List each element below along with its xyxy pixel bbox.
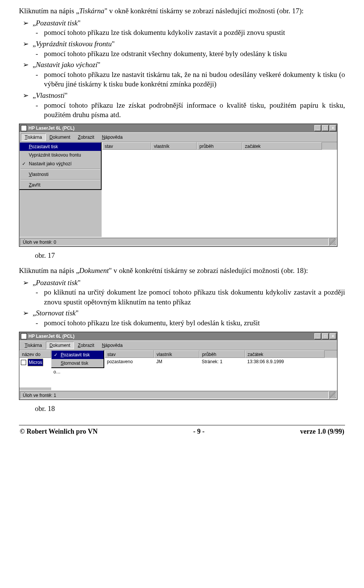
paragraph-2: Kliknutím na nápis „Dokument" v okně kon… [19, 266, 345, 276]
minimize-button[interactable]: _ [314, 333, 321, 339]
menu-item[interactable]: Pozastavit tisk [20, 143, 101, 151]
text-italic: Dokument [79, 267, 109, 274]
titlebar: HP LaserJet 6L (PCL) _ □ × [19, 124, 337, 132]
list-item[interactable]: Micros [19, 358, 51, 367]
menu-dokument[interactable]: Dokument [46, 342, 74, 349]
resize-grip-icon[interactable] [329, 238, 336, 246]
menu-nápověda[interactable]: Nápověda [98, 342, 127, 349]
footer-left: © Robert Weinlich pro VN [20, 427, 97, 436]
document-icon [21, 360, 26, 365]
text: Kliknutím na nápis „ [19, 267, 79, 274]
statusbar: Úloh ve frontě: 1 [19, 390, 337, 400]
column-header[interactable]: název do [19, 350, 51, 358]
dropdown-column: Pozastavit tiskVyprázdnit tiskovou front… [19, 142, 102, 237]
content-area: stavvlastníkprůběhzačátek [102, 142, 337, 237]
menu-zobrazit[interactable]: Zobrazit [74, 133, 98, 141]
menu-item[interactable]: Pozastavit tisk [52, 351, 104, 359]
table-row[interactable]: pozastaveno JM Stránek: 1 13:38:06 8.9.1… [105, 358, 337, 365]
text: " v okně konkrétní tiskárny se zobrazí n… [109, 267, 308, 274]
column-header[interactable]: vlastník [151, 142, 197, 150]
footer-divider [19, 425, 345, 425]
text: o… [51, 369, 63, 375]
menu-zobrazit[interactable]: Zobrazit [74, 342, 98, 349]
menu-tiskárna[interactable]: Tiskárna [21, 133, 46, 141]
bullet-item: „Pozastavit tisk"po kliknutí na určitý d… [33, 278, 345, 307]
menu-item[interactable]: Vlastnosti [20, 170, 101, 179]
menubar: TiskárnaDokumentZobrazitNápověda [19, 132, 337, 142]
close-button[interactable]: × [329, 125, 336, 131]
dokument-menu: Pozastavit tiskStornovat tisk [51, 350, 104, 368]
printer-icon [21, 125, 27, 131]
text: Kliknutím na nápis „ [19, 7, 79, 15]
sub-bullet: pomocí tohoto příkazu lze tisk dokumentu… [44, 318, 345, 328]
menu-item[interactable]: Stornovat tisk [52, 359, 104, 367]
text: " v okně konkrétní tiskárny se zobrazí n… [104, 7, 303, 15]
doc-name-selected: Micros [28, 359, 43, 366]
tiskarna-menu: Pozastavit tiskVyprázdnit tiskovou front… [19, 142, 102, 190]
maximize-button[interactable]: □ [322, 333, 329, 339]
minimize-button[interactable]: _ [314, 125, 321, 131]
status-text: Úloh ve frontě: 1 [20, 391, 329, 399]
menu-separator [20, 169, 100, 169]
sub-bullet: pomocí tohoto příkazu lze odstranit všec… [44, 49, 345, 59]
sub-bullet: po kliknutí na určitý dokument lze pomoc… [44, 287, 345, 307]
menu-nápověda[interactable]: Nápověda [98, 133, 127, 141]
text-italic: Tiskárna [79, 7, 105, 15]
cell-vlastnik: JM [154, 359, 199, 365]
column-headers: stavvlastníkprůběhzačátek [102, 142, 337, 150]
list-item-trail: o… [51, 368, 104, 376]
column-header[interactable]: průběh [199, 350, 245, 358]
bullet-item: „Vyprázdnit tiskovou frontu"pomocí tohot… [33, 39, 345, 58]
figure-caption-17: obr. 17 [35, 251, 345, 260]
window-title: HP LaserJet 6L (PCL) [28, 333, 314, 339]
list-area [102, 150, 337, 237]
column-header[interactable]: stav [102, 142, 151, 150]
sub-bullet: pomocí tohoto příkazu lze nastavit tiská… [44, 70, 345, 89]
status-text: Úloh ve frontě: 0 [20, 238, 329, 246]
bullet-list-1: „Pozastavit tisk"pomocí tohoto příkazu l… [19, 18, 345, 120]
bullet-item: „Nastavit jako výchozí"pomocí tohoto pří… [33, 60, 345, 89]
figure-caption-18: obr. 18 [35, 404, 345, 414]
column-header[interactable]: stav [105, 350, 154, 358]
menubar: TiskárnaDokumentZobrazitNápověda [19, 340, 337, 350]
bullet-item: „Pozastavit tisk"pomocí tohoto příkazu l… [33, 18, 345, 38]
column-header[interactable]: začátek [242, 142, 322, 150]
bullet-item: „Vlastnosti"pomocí tohoto příkazu lze zí… [33, 91, 345, 120]
menu-item[interactable]: Vyprázdnit tiskovou frontu [20, 151, 101, 159]
column-header[interactable]: vlastník [154, 350, 199, 358]
page-footer: © Robert Weinlich pro VN - 9 - verze 1.0… [19, 427, 345, 436]
bullet-item: „Stornovat tisk"pomocí tohoto příkazu lz… [33, 308, 345, 328]
cell-stav: pozastaveno [105, 359, 154, 365]
statusbar: Úloh ve frontě: 0 [19, 237, 337, 246]
bullet-list-2: „Pozastavit tisk"po kliknutí na určitý d… [19, 278, 345, 328]
column-headers: stavvlastníkprůběhzačátek [105, 350, 337, 358]
window-title: HP LaserJet 6L (PCL) [28, 125, 314, 131]
titlebar: HP LaserJet 6L (PCL) _ □ × [19, 332, 337, 340]
printer-window-2: HP LaserJet 6L (PCL) _ □ × TiskárnaDokum… [19, 332, 337, 400]
menu-item[interactable]: Nastavit jako výchozí [20, 160, 101, 168]
menu-separator [20, 179, 100, 180]
printer-icon [21, 333, 27, 339]
menu-tiskárna[interactable]: Tiskárna [21, 342, 46, 349]
menu-item[interactable]: Zavřít [20, 181, 101, 189]
cell-prubeh: Stránek: 1 [199, 359, 245, 365]
column-header[interactable]: začátek [245, 350, 325, 358]
cell-zacatek: 13:38:06 8.9.1999 [245, 359, 325, 365]
footer-page-number: - 9 - [193, 427, 205, 436]
menu-dokument[interactable]: Dokument [46, 133, 74, 141]
printer-window-1: HP LaserJet 6L (PCL) _ □ × TiskárnaDokum… [19, 124, 337, 247]
column-header[interactable]: průběh [197, 142, 242, 150]
close-button[interactable]: × [329, 333, 336, 339]
sub-bullet: pomocí tohoto příkazu lze získat podrobn… [44, 100, 345, 120]
maximize-button[interactable]: □ [322, 125, 329, 131]
footer-right: verze 1.0 (9/99) [300, 427, 344, 436]
sub-bullet: pomocí tohoto příkazu lze tisk dokumentu… [44, 28, 345, 38]
paragraph-1: Kliknutím na nápis „Tiskárna" v okně kon… [19, 6, 345, 16]
resize-grip-icon[interactable] [329, 391, 336, 399]
